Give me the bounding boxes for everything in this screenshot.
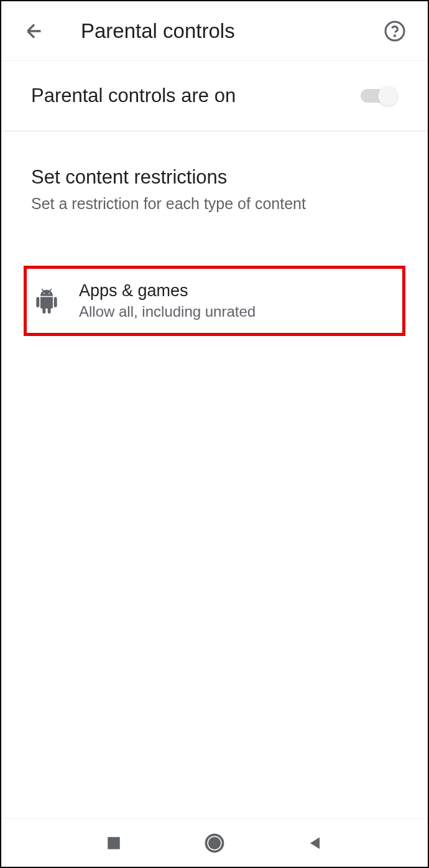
toggle-thumb — [378, 86, 398, 106]
svg-rect-2 — [108, 837, 120, 849]
help-circle-icon — [384, 20, 406, 42]
square-icon — [106, 835, 122, 851]
parental-controls-toggle[interactable] — [361, 85, 398, 107]
nav-home-button[interactable] — [196, 824, 233, 862]
system-nav-bar — [1, 818, 428, 867]
page-title: Parental controls — [81, 19, 379, 43]
android-icon — [32, 286, 62, 316]
apps-games-item[interactable]: Apps & games Allow all, including unrate… — [24, 266, 405, 336]
list-item-text: Apps & games Allow all, including unrate… — [79, 281, 256, 320]
restrictions-title: Set content restrictions — [31, 166, 398, 189]
svg-point-4 — [210, 838, 220, 848]
list-item-subtitle: Allow all, including unrated — [79, 303, 256, 320]
back-button[interactable] — [19, 16, 50, 47]
restrictions-header: Set content restrictions Set a restricti… — [1, 131, 428, 225]
app-header: Parental controls — [1, 1, 428, 61]
triangle-left-icon — [307, 834, 324, 852]
toggle-label: Parental controls are on — [31, 85, 236, 107]
arrow-left-icon — [23, 20, 45, 42]
nav-recent-button[interactable] — [95, 824, 132, 862]
circle-icon — [203, 832, 226, 854]
list-item-title: Apps & games — [79, 281, 256, 301]
nav-back-button[interactable] — [297, 824, 334, 862]
restrictions-subtitle: Set a restriction for each type of conte… — [31, 195, 398, 213]
help-button[interactable] — [379, 16, 410, 47]
parental-controls-toggle-row: Parental controls are on — [1, 61, 428, 131]
svg-point-1 — [394, 35, 395, 36]
